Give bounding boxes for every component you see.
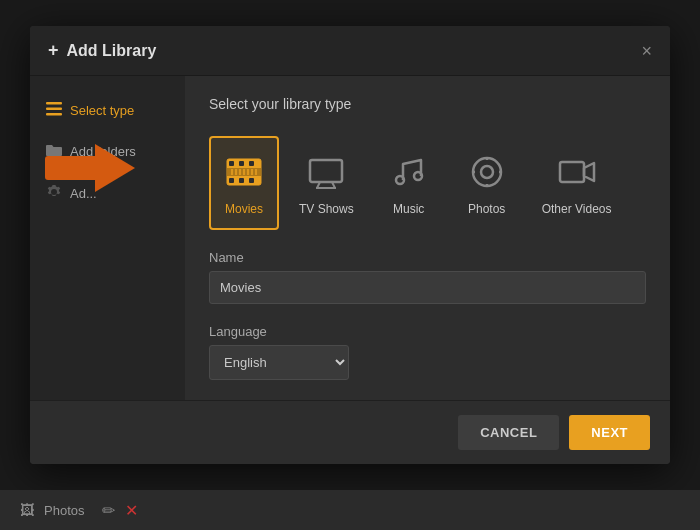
tvshows-icon [306,150,346,194]
modal-title-text: Add Library [67,42,157,60]
photos-label: Photos [468,202,505,216]
svg-rect-31 [560,162,584,182]
cancel-button[interactable]: CANCEL [458,415,559,450]
lib-type-othervideos[interactable]: Other Videos [530,136,624,230]
svg-point-26 [481,166,493,178]
svg-point-24 [414,172,422,180]
movies-icon [224,150,264,194]
tvshows-label: TV Shows [299,202,354,216]
next-button[interactable]: NEXT [569,415,650,450]
sidebar-item-select-type[interactable]: Select type [30,92,185,129]
svg-rect-0 [46,102,62,105]
lines-icon [46,102,62,119]
name-label: Name [209,250,646,265]
modal-body: Select type Add folders [30,76,670,400]
lib-type-music[interactable]: Music [374,136,444,230]
modal-footer: CANCEL NEXT [30,400,670,464]
name-field-group: Name [209,250,646,304]
library-types-grid: Movies TV Shows [209,136,646,230]
movies-label: Movies [225,202,263,216]
svg-point-23 [396,176,404,184]
content-area: Select your library type [185,76,670,400]
add-library-modal: + Add Library × Select type [30,26,670,464]
svg-rect-9 [239,178,244,183]
name-input[interactable] [209,271,646,304]
taskbar-pencil-icon[interactable]: ✏ [102,501,115,520]
taskbar: 🖼 Photos ✏ ✕ [0,490,700,530]
gear-icon [46,184,62,203]
svg-rect-5 [229,161,234,166]
lib-type-photos[interactable]: Photos [452,136,522,230]
svg-rect-1 [46,108,62,111]
svg-rect-6 [239,161,244,166]
svg-rect-19 [310,160,342,182]
lib-type-movies[interactable]: Movies [209,136,279,230]
taskbar-item-photos: Photos [44,503,84,518]
sidebar: Select type Add folders [30,76,185,400]
svg-point-25 [473,158,501,186]
svg-rect-2 [46,113,62,116]
modal-title: + Add Library [48,40,156,61]
othervideos-icon [557,150,597,194]
language-label: Language [209,324,646,339]
taskbar-close-icon[interactable]: ✕ [125,501,138,520]
lib-type-tvshows[interactable]: TV Shows [287,136,366,230]
photos-icon [467,150,507,194]
othervideos-label: Other Videos [542,202,612,216]
arrow-indicator [95,144,135,192]
music-label: Music [393,202,424,216]
content-heading: Select your library type [209,96,646,112]
language-select[interactable]: English French Spanish German Italian [209,345,349,380]
svg-rect-7 [249,161,254,166]
sidebar-item-label: Select type [70,103,134,118]
plus-icon: + [48,40,59,61]
svg-rect-8 [229,178,234,183]
close-button[interactable]: × [641,42,652,60]
arrow-shape [95,144,135,192]
svg-rect-10 [249,178,254,183]
language-field-group: Language English French Spanish German I… [209,324,646,380]
taskbar-photo-icon: 🖼 [20,502,34,518]
taskbar-item-label: Photos [44,503,84,518]
modal-header: + Add Library × [30,26,670,76]
sidebar-item-label: Ad... [70,186,97,201]
music-icon [389,150,429,194]
